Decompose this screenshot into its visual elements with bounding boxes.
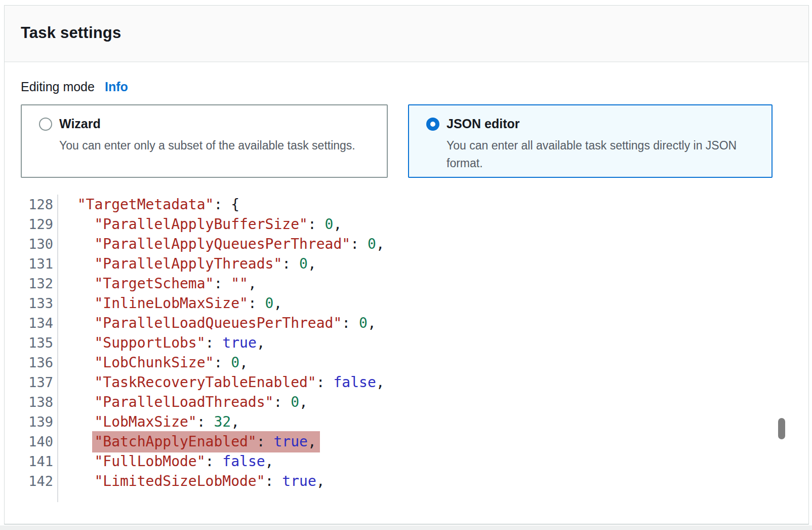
line-number: 128 <box>5 195 58 214</box>
code-text[interactable]: "SupportLobs": true, <box>58 333 265 353</box>
task-settings-panel: Task settings Editing mode Info Wizard Y… <box>4 5 809 524</box>
code-text[interactable]: "ParallelApplyBufferSize": 0, <box>58 214 342 234</box>
line-number: 133 <box>5 293 58 313</box>
code-text[interactable]: "ParallelApplyQueuesPerThread": 0, <box>58 234 385 254</box>
code-text[interactable]: "ParallelLoadThreads": 0, <box>58 392 308 412</box>
json-code-editor[interactable]: 128 "TargetMetadata": {129 "ParallelAppl… <box>5 195 385 502</box>
line-number: 136 <box>5 353 58 372</box>
code-line[interactable]: 140 "BatchApplyEnabled": true, <box>5 432 385 451</box>
info-link[interactable]: Info <box>105 80 128 94</box>
code-text[interactable]: "ParallelLoadQueuesPerThread": 0, <box>58 313 376 333</box>
code-text[interactable]: "TaskRecoveryTableEnabled": false, <box>58 372 385 392</box>
tile-json-editor-description: You can enter all available task setting… <box>446 137 759 172</box>
code-line[interactable]: 141 "FullLobMode": false, <box>5 451 385 471</box>
line-number: 130 <box>5 234 58 254</box>
code-text[interactable]: "LobMaxSize": 32, <box>58 412 239 432</box>
editing-mode-label: Editing mode <box>21 80 95 94</box>
code-text[interactable]: "BatchApplyEnabled": true, <box>58 432 320 451</box>
code-line[interactable]: 142 "LimitedSizeLobMode": true, <box>5 471 385 491</box>
code-line[interactable]: 134 "ParallelLoadQueuesPerThread": 0, <box>5 313 385 333</box>
code-text[interactable]: "FullLobMode": false, <box>58 451 273 471</box>
radio-wizard[interactable] <box>39 118 52 131</box>
code-line[interactable]: 133 "InlineLobMaxSize": 0, <box>5 293 385 313</box>
line-number: 138 <box>5 392 58 412</box>
tile-json-editor[interactable]: JSON editor You can enter all available … <box>408 104 773 178</box>
tile-wizard-description: You can enter only a subset of the avail… <box>59 137 378 155</box>
code-text[interactable]: "InlineLobMaxSize": 0, <box>58 293 282 313</box>
code-line[interactable]: 130 "ParallelApplyQueuesPerThread": 0, <box>5 234 385 254</box>
code-line[interactable]: 128 "TargetMetadata": { <box>5 195 385 214</box>
page-background-strip <box>0 525 812 530</box>
editing-mode-row: Editing mode Info <box>21 80 128 94</box>
code-line[interactable]: 136 "LobChunkSize": 0, <box>5 353 385 372</box>
panel-header: Task settings <box>5 6 808 62</box>
code-line[interactable]: 139 "LobMaxSize": 32, <box>5 412 385 432</box>
line-number: 137 <box>5 372 58 392</box>
editing-mode-tiles: Wizard You can enter only a subset of th… <box>21 104 773 178</box>
code-text[interactable]: "TargetMetadata": { <box>58 195 239 214</box>
line-number: 135 <box>5 333 58 353</box>
line-number: 131 <box>5 254 58 274</box>
code-line[interactable]: 132 "TargetSchema": "", <box>5 274 385 293</box>
gutter-stub <box>5 491 385 502</box>
line-number: 139 <box>5 412 58 432</box>
page-title: Task settings <box>21 24 121 42</box>
line-number-gutter <box>5 491 58 502</box>
code-line[interactable]: 137 "TaskRecoveryTableEnabled": false, <box>5 372 385 392</box>
code-text[interactable]: "ParallelApplyThreads": 0, <box>58 254 316 274</box>
code-line[interactable]: 131 "ParallelApplyThreads": 0, <box>5 254 385 274</box>
line-number: 132 <box>5 274 58 293</box>
code-text[interactable]: "LimitedSizeLobMode": true, <box>58 471 325 491</box>
highlighted-code: "BatchApplyEnabled": true, <box>92 431 319 452</box>
radio-json-editor[interactable] <box>426 118 439 131</box>
code-text[interactable]: "TargetSchema": "", <box>58 274 257 293</box>
code-line[interactable]: 138 "ParallelLoadThreads": 0, <box>5 392 385 412</box>
line-number: 134 <box>5 313 58 333</box>
tile-wizard[interactable]: Wizard You can enter only a subset of th… <box>21 104 388 178</box>
tile-json-editor-label: JSON editor <box>446 117 519 131</box>
line-number: 141 <box>5 451 58 471</box>
code-line[interactable]: 129 "ParallelApplyBufferSize": 0, <box>5 214 385 234</box>
code-text[interactable]: "LobChunkSize": 0, <box>58 353 248 372</box>
code-line[interactable]: 135 "SupportLobs": true, <box>5 333 385 353</box>
line-number: 142 <box>5 471 58 491</box>
line-number: 140 <box>5 432 58 451</box>
tile-wizard-label: Wizard <box>59 117 101 131</box>
scrollbar-thumb[interactable] <box>778 418 785 439</box>
line-number: 129 <box>5 214 58 234</box>
